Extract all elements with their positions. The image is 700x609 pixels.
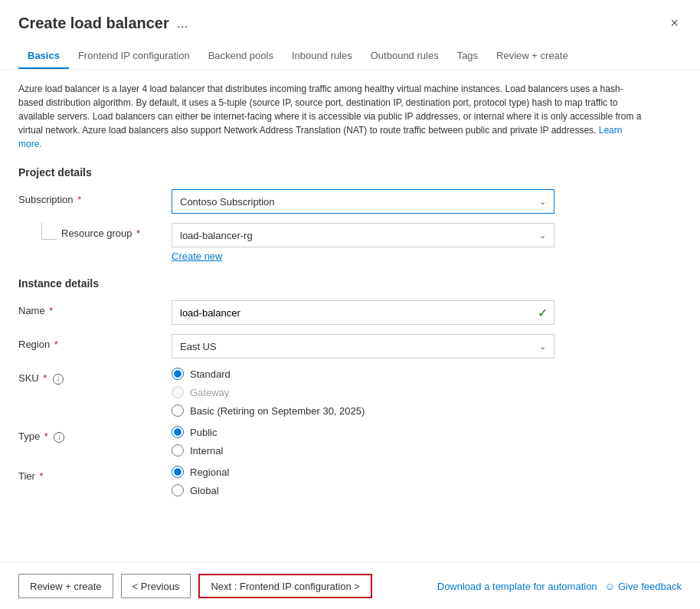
- project-details-title: Project details: [18, 166, 682, 178]
- name-label: Name *: [18, 300, 172, 316]
- resource-group-indent: Resource group *: [18, 223, 172, 240]
- tier-label: Tier *: [18, 466, 172, 482]
- tier-regional-radio[interactable]: [172, 466, 184, 478]
- sku-gateway-option[interactable]: Gateway: [172, 386, 554, 398]
- tab-backend-pools[interactable]: Backend pools: [199, 44, 283, 69]
- name-control: ✓: [172, 300, 554, 325]
- resource-group-select[interactable]: load-balancer-rg ⌄: [172, 223, 554, 247]
- sku-standard-radio[interactable]: [172, 368, 184, 380]
- project-details-section: Project details Subscription * Contoso S…: [18, 166, 682, 262]
- previous-button[interactable]: < Previous: [121, 574, 191, 598]
- resource-indent-line: [41, 223, 57, 240]
- name-row: Name * ✓: [18, 300, 682, 325]
- subscription-row: Subscription * Contoso Subscription ⌄: [18, 189, 682, 214]
- region-row: Region * East US ⌄: [18, 334, 682, 359]
- type-info-icon[interactable]: i: [54, 432, 64, 443]
- name-valid-icon: ✓: [538, 306, 554, 320]
- tab-outbound-rules[interactable]: Outbound rules: [361, 44, 448, 69]
- name-input[interactable]: [172, 301, 538, 324]
- tier-global-option[interactable]: Global: [172, 484, 554, 496]
- tab-inbound-rules[interactable]: Inbound rules: [283, 44, 361, 69]
- sku-basic-option[interactable]: Basic (Retiring on September 30, 2025): [172, 404, 554, 417]
- create-new-link[interactable]: Create new: [172, 250, 222, 262]
- close-button[interactable]: ×: [667, 12, 682, 34]
- tier-regional-option[interactable]: Regional: [172, 466, 554, 478]
- tab-basics[interactable]: Basics: [18, 44, 69, 69]
- type-internal-option[interactable]: Internal: [172, 444, 554, 457]
- dialog-title: Create load balancer: [18, 15, 169, 32]
- review-create-button[interactable]: Review + create: [18, 574, 113, 598]
- sku-options: Standard Gateway Basic (Retiring on Sept…: [172, 368, 554, 417]
- download-template-link[interactable]: Download a template for automation: [437, 577, 597, 596]
- subscription-label: Subscription *: [18, 189, 172, 205]
- create-load-balancer-dialog: Create load balancer ... × Basics Fronte…: [0, 0, 700, 609]
- instance-details-section: Instance details Name * ✓ Region *: [18, 277, 682, 496]
- subscription-arrow-icon: ⌄: [539, 197, 546, 207]
- resource-group-row: Resource group * load-balancer-rg ⌄ Crea…: [18, 223, 682, 262]
- sku-label: SKU * i: [18, 368, 172, 385]
- tab-bar: Basics Frontend IP configuration Backend…: [0, 44, 700, 70]
- region-control: East US ⌄: [172, 334, 554, 359]
- next-button[interactable]: Next : Frontend IP configuration >: [198, 574, 372, 598]
- region-label: Region *: [18, 334, 172, 350]
- dialog-footer: Review + create < Previous Next : Fronte…: [0, 562, 700, 609]
- region-arrow-icon: ⌄: [539, 342, 546, 352]
- ellipsis-menu[interactable]: ...: [177, 15, 188, 31]
- type-public-radio[interactable]: [172, 426, 184, 438]
- subscription-control: Contoso Subscription ⌄: [172, 189, 554, 214]
- give-feedback-button[interactable]: ☺ Give feedback: [605, 581, 682, 592]
- type-row: Type * i Public Internal: [18, 426, 682, 457]
- sku-basic-radio[interactable]: [172, 404, 184, 417]
- instance-details-title: Instance details: [18, 277, 682, 290]
- resource-group-control: load-balancer-rg ⌄ Create new: [172, 223, 554, 262]
- sku-info-icon[interactable]: i: [53, 374, 64, 385]
- tab-review-create[interactable]: Review + create: [487, 44, 577, 69]
- tab-tags[interactable]: Tags: [448, 44, 487, 69]
- type-options: Public Internal: [172, 426, 554, 457]
- type-public-option[interactable]: Public: [172, 426, 554, 438]
- type-label: Type * i: [18, 426, 172, 443]
- sku-row: SKU * i Standard Gateway Basic (Retiring…: [18, 368, 682, 417]
- type-internal-radio[interactable]: [172, 444, 184, 457]
- subscription-select[interactable]: Contoso Subscription ⌄: [172, 189, 554, 214]
- form-content: Azure load balancer is a layer 4 load ba…: [0, 70, 700, 562]
- tier-options: Regional Global: [172, 466, 554, 496]
- tier-global-radio[interactable]: [172, 484, 184, 496]
- dialog-header: Create load balancer ... ×: [0, 0, 700, 34]
- sku-gateway-radio: [172, 386, 184, 398]
- tab-frontend-ip[interactable]: Frontend IP configuration: [69, 44, 199, 69]
- tier-row: Tier * Regional Global: [18, 466, 682, 496]
- resource-group-arrow-icon: ⌄: [539, 231, 546, 241]
- region-select[interactable]: East US ⌄: [172, 334, 554, 359]
- description-text: Azure load balancer is a layer 4 load ba…: [18, 82, 646, 151]
- sku-standard-option[interactable]: Standard: [172, 368, 554, 380]
- feedback-icon: ☺: [605, 581, 615, 592]
